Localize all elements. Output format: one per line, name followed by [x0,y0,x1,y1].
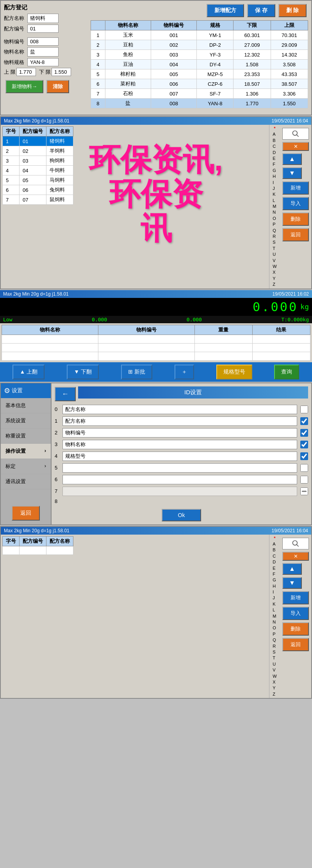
batch-button[interactable]: ⊞ 新批 [121,365,152,379]
alpha-letter-P[interactable]: P [273,221,276,227]
alpha-letter-O[interactable]: O [273,625,276,631]
alpha-letter-K[interactable]: K [273,191,276,197]
alpha-letter-B[interactable]: B [273,138,276,143]
bottom-alpha-active[interactable]: * [274,535,275,541]
add-material-button[interactable]: 新增物料→ [5,80,43,93]
alpha-letter-Y[interactable]: Y [273,685,276,691]
spec-button[interactable]: 规格型号 [216,365,252,379]
alpha-letter-T[interactable]: T [273,655,276,661]
alpha-letter-G[interactable]: G [273,577,276,583]
settings-item-system[interactable]: 系统设置 [1,413,51,429]
alpha-letter-R[interactable]: R [273,643,276,649]
alpha-letter-Z[interactable]: Z [273,282,276,287]
id-row-checkbox-5[interactable] [300,464,308,472]
table-row[interactable]: 8盐008YAN-81.7701.550 [91,99,308,108]
delete-button[interactable]: 删 除 [278,4,307,17]
next-button[interactable]: ▼ 下翻 [67,365,99,379]
alpha-letter-O[interactable]: O [273,216,276,221]
formula-list-row[interactable]: 707鼠饲料 [3,195,73,205]
clear-button[interactable]: 清除 [46,80,69,93]
alpha-letter-T[interactable]: T [273,246,276,252]
query-button[interactable]: 查询 [274,365,299,379]
alpha-letter-W[interactable]: W [273,673,276,679]
alpha-letter-U[interactable]: U [273,661,276,667]
alpha-letter-A[interactable]: A [273,131,276,137]
settings-item-calibrate[interactable]: 标定 › [1,459,51,474]
alpha-letter-J[interactable]: J [273,595,276,601]
add2-button[interactable]: ＋ [175,365,194,379]
bottom-import-button[interactable]: 导入 [282,607,309,620]
id-row-checkbox-4[interactable] [300,452,308,460]
formula-list-row[interactable]: 101猪饲料 [3,136,73,146]
formula-list-row[interactable]: 404牛饲料 [3,166,73,175]
back-button[interactable]: 返回 [12,506,40,521]
alpha-letter-Z[interactable]: Z [273,691,276,697]
alpha-letter-M[interactable]: M [273,613,276,619]
table-row[interactable]: 6菜籽粕006CZP-618.50738.507 [91,79,308,89]
formula-list-row[interactable]: 202羊饲料 [3,146,73,156]
id-row-input-0[interactable] [62,405,297,414]
bottom-close-button[interactable]: ✕ [282,552,309,561]
close-button[interactable]: ✕ [282,142,309,151]
alpha-letter-X[interactable]: X [273,269,276,275]
alpha-letter-N[interactable]: N [273,619,276,625]
id-row-checkbox-2[interactable] [300,429,308,437]
bottom-delete-button[interactable]: 删除 [282,622,309,636]
id-row-input-1[interactable] [62,416,297,426]
id-row-input-3[interactable] [62,440,297,449]
id-row-input-2[interactable] [62,428,297,438]
alpha-letter-L[interactable]: L [273,198,276,204]
alpha-letter-I[interactable]: I [273,180,276,186]
alpha-letter-L[interactable]: L [273,607,276,613]
id-row-checkbox-1[interactable] [300,417,308,425]
up-arrow-button[interactable]: ▲ [282,153,302,165]
prev-button[interactable]: ▲ 上翻 [12,365,45,379]
alpha-letter-Q[interactable]: Q [273,637,276,643]
down-arrow-button[interactable]: ▼ [282,167,302,179]
alpha-letter-Y[interactable]: Y [273,276,276,282]
id-row-input-4[interactable] [62,452,297,461]
table-row[interactable]: 7石粉007SF-71.3063.306 [91,89,308,99]
alpha-letter-A[interactable]: A [273,541,276,547]
alpha-letter-V[interactable]: V [273,258,276,264]
settings-item-comms[interactable]: 通讯设置 [1,474,51,489]
id-row-checkbox-6[interactable] [300,476,308,484]
bottom-add-button[interactable]: 新增 [282,591,309,604]
table-row[interactable]: 1玉米001YM-160.30170.301 [91,30,308,40]
id-row-checkbox-0[interactable] [300,406,308,413]
bottom-return-button[interactable]: 返回 [282,638,309,651]
alpha-letter-S[interactable]: S [273,239,276,245]
alpha-letter-R[interactable]: R [273,234,276,239]
alpha-letter-G[interactable]: G [273,168,276,174]
table-row[interactable]: 3鱼粉003YF-312.30214.302 [91,50,308,60]
alpha-letter-S[interactable]: S [273,649,276,655]
return-button[interactable]: 返回 [282,228,309,241]
alpha-letter-P[interactable]: P [273,631,276,637]
import-button[interactable]: 导入 [282,197,309,210]
alpha-letter-C[interactable]: C [273,553,276,559]
alpha-letter-V[interactable]: V [273,667,276,673]
alpha-letter-D[interactable]: D [273,559,276,565]
id-row-checkbox-3[interactable] [300,441,308,448]
alpha-letter-H[interactable]: H [273,174,276,179]
alpha-letter-I[interactable]: I [273,589,276,595]
alpha-letter-F[interactable]: F [273,161,276,167]
add-formula-button[interactable]: 新增配方 [207,4,244,17]
nav-back-button[interactable]: ← [55,387,76,401]
bottom-up-arrow[interactable]: ▲ [282,563,302,575]
alpha-letter-F[interactable]: F [273,571,276,577]
settings-item-basic[interactable]: 基本信息 [1,398,51,413]
table-row[interactable]: 4豆油004DY-41.5083.508 [91,60,308,69]
alpha-letter-H[interactable]: H [273,583,276,589]
formula-list-row[interactable]: 505马饲料 [3,175,73,185]
bottom-down-arrow[interactable]: ▼ [282,577,302,589]
settings-item-operation[interactable]: 操作设置 › [1,444,51,459]
formula-list-row[interactable]: 606兔饲料 [3,185,73,195]
alpha-letter-J[interactable]: J [273,186,276,191]
save-button[interactable]: 保 存 [247,4,275,17]
bottom-search-button[interactable] [282,538,309,549]
formula-list-row[interactable]: 303狗饲料 [3,156,73,166]
alpha-letter-W[interactable]: W [273,264,276,269]
id-row-input-6[interactable] [62,475,297,484]
table-row[interactable]: 5棉籽粕005MZP-523.35343.353 [91,69,308,79]
